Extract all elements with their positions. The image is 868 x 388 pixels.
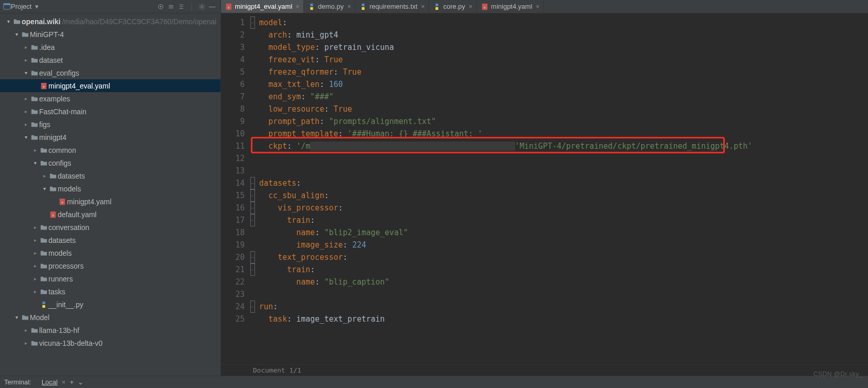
fold-toggle[interactable]: − [250, 214, 255, 226]
expand-arrow-icon[interactable] [4, 19, 12, 24]
fold-toggle[interactable]: − [250, 202, 255, 214]
tree-folder[interactable]: examples [0, 92, 220, 105]
close-icon[interactable]: × [296, 3, 299, 10]
fold-toggle[interactable]: − [250, 189, 255, 202]
tree-folder[interactable]: datasets [0, 234, 220, 246]
expand-icon[interactable] [166, 3, 176, 10]
tree-file[interactable]: Yminigpt4.yaml [0, 195, 220, 208]
code-line[interactable]: run: [259, 301, 868, 313]
editor-tab[interactable]: Yminigpt4_eval.yaml× [221, 0, 304, 13]
expand-arrow-icon[interactable] [31, 289, 39, 294]
expand-arrow-icon[interactable] [22, 340, 30, 346]
tree-folder[interactable]: Model [0, 311, 220, 324]
expand-arrow-icon[interactable] [31, 263, 39, 269]
fold-toggle[interactable]: − [250, 301, 255, 313]
fold-toggle[interactable]: − [250, 177, 255, 189]
tree-folder[interactable]: vicuna-13b-delta-v0 [0, 337, 220, 349]
tree-folder[interactable]: llama-13b-hf [0, 324, 220, 337]
code-line[interactable]: datasets: [259, 177, 868, 189]
fold-toggle[interactable]: − [250, 263, 255, 276]
tree-folder[interactable]: MiniGPT-4 [0, 28, 220, 41]
tree-folder[interactable]: openai.wiki /media/hao/D49CF3CC9CF3A760/… [0, 15, 220, 28]
close-icon[interactable]: × [347, 3, 351, 10]
fold-toggle[interactable]: − [250, 251, 255, 263]
expand-arrow-icon[interactable] [31, 160, 39, 166]
editor-tab[interactable]: requirements.txt× [355, 0, 429, 13]
expand-arrow-icon[interactable] [22, 44, 30, 50]
close-icon[interactable]: × [469, 3, 472, 10]
editor-tab[interactable]: Yminigpt4.yaml× [477, 0, 544, 13]
code-line[interactable]: freeze_qformer: True [259, 66, 868, 78]
expand-arrow-icon[interactable] [22, 96, 30, 101]
tree-folder[interactable]: eval_configs [0, 66, 220, 79]
expand-arrow-icon[interactable] [31, 237, 39, 243]
code-line[interactable]: arch: mini_gpt4 [259, 29, 868, 41]
code-line[interactable]: prompt_path: "prompts/alignment.txt" [259, 115, 868, 128]
tree-folder[interactable]: models [0, 182, 220, 195]
code-line[interactable]: train: [259, 263, 868, 276]
new-terminal-button[interactable]: + [70, 378, 74, 386]
fold-column[interactable]: −−−−−−−− [248, 13, 257, 364]
project-tree[interactable]: openai.wiki /media/hao/D49CF3CC9CF3A760/… [0, 13, 220, 376]
expand-arrow-icon[interactable] [40, 186, 48, 191]
code-line[interactable]: freeze_vit: True [259, 54, 868, 66]
expand-arrow-icon[interactable] [22, 121, 30, 127]
code-content[interactable]: model: arch: mini_gpt4 model_type: pretr… [257, 13, 868, 364]
code-line[interactable]: image_size: 224 [259, 239, 868, 251]
tree-file[interactable]: Ydefault.yaml [0, 208, 220, 221]
locate-icon[interactable] [156, 3, 166, 10]
code-line[interactable]: vis_processor: [259, 202, 868, 214]
expand-arrow-icon[interactable] [22, 57, 30, 63]
expand-arrow-icon[interactable] [12, 31, 21, 37]
code-line[interactable] [259, 165, 868, 177]
project-label[interactable]: Project [11, 3, 31, 10]
expand-arrow-icon[interactable] [22, 327, 30, 333]
gear-icon[interactable] [197, 3, 207, 10]
code-line[interactable]: model_type: pretrain_vicuna [259, 41, 868, 54]
chevron-down-icon[interactable]: ▾ [31, 3, 42, 10]
tree-folder[interactable]: .idea [0, 41, 220, 54]
tree-folder[interactable]: minigpt4 [0, 131, 220, 144]
tree-folder[interactable]: processors [0, 259, 220, 272]
tree-file[interactable]: __init__.py [0, 298, 220, 311]
code-line[interactable]: text_processor: [259, 251, 868, 263]
code-line[interactable]: name: "blip_caption" [259, 276, 868, 288]
code-line[interactable]: train: [259, 214, 868, 226]
expand-arrow-icon[interactable] [12, 314, 21, 320]
editor-tab[interactable]: demo.py× [304, 0, 355, 13]
expand-arrow-icon[interactable] [22, 109, 30, 114]
close-icon[interactable]: × [536, 3, 539, 10]
code-line[interactable]: prompt_template: '###Human: {} ###Assist… [259, 128, 868, 140]
tree-folder[interactable]: figs [0, 118, 220, 131]
collapse-icon[interactable] [176, 3, 186, 10]
code-line[interactable] [259, 288, 868, 301]
expand-arrow-icon[interactable] [31, 224, 39, 230]
tree-folder[interactable]: dataset [0, 54, 220, 66]
tree-folder[interactable]: configs [0, 156, 220, 169]
code-line[interactable]: max_txt_len: 160 [259, 78, 868, 91]
tree-folder[interactable]: common [0, 144, 220, 156]
tree-folder[interactable]: conversation [0, 221, 220, 234]
code-line[interactable]: model: [259, 16, 868, 29]
code-line[interactable]: task: image_text_pretrain [259, 313, 868, 325]
tree-folder[interactable]: models [0, 246, 220, 259]
tree-folder[interactable]: tasks [0, 285, 220, 298]
code-area[interactable]: 1234567891011121314151617181920212223242… [221, 13, 868, 364]
expand-arrow-icon[interactable] [31, 250, 39, 256]
editor-tab[interactable]: core.py× [429, 0, 477, 13]
code-line[interactable] [259, 152, 868, 165]
tree-folder[interactable]: FastChat-main [0, 105, 220, 118]
fold-toggle[interactable]: − [250, 16, 255, 29]
terminal-menu-icon[interactable]: ⌄ [78, 378, 83, 386]
close-icon[interactable]: × [421, 3, 424, 10]
terminal-tab[interactable]: Local [42, 378, 58, 386]
expand-arrow-icon[interactable] [22, 134, 30, 140]
code-line[interactable]: low_resource: True [259, 103, 868, 115]
close-icon[interactable]: × [62, 378, 66, 386]
code-line[interactable]: ckpt: '/m 'MiniGPT-4/pretrained/ckpt/pre… [259, 140, 868, 152]
expand-arrow-icon[interactable] [40, 173, 48, 179]
expand-arrow-icon[interactable] [22, 70, 30, 76]
tree-file[interactable]: Yminigpt4_eval.yaml [0, 79, 220, 92]
hide-icon[interactable]: — [207, 3, 217, 10]
code-line[interactable]: cc_sbu_align: [259, 189, 868, 202]
